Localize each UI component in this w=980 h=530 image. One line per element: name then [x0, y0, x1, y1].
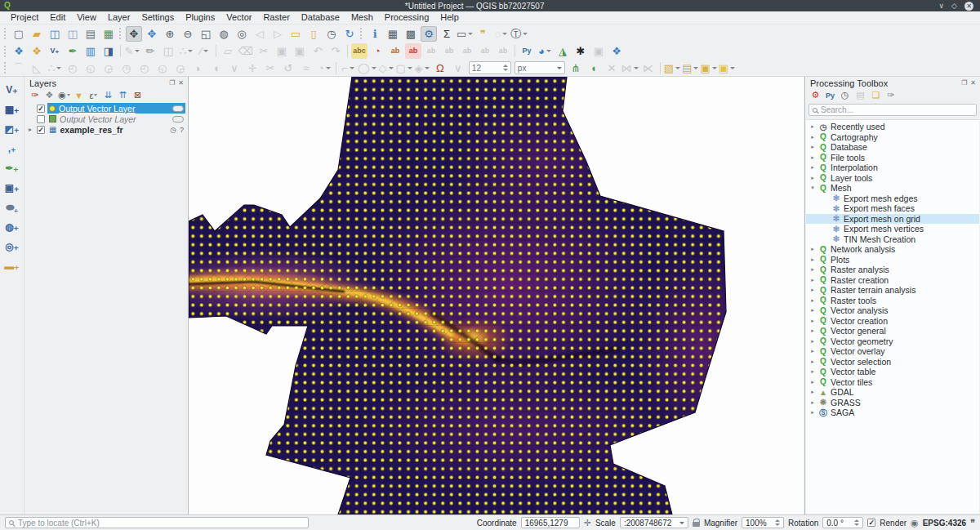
layer-visibility-checkbox[interactable]	[37, 115, 45, 123]
tree-item-network-analysis[interactable]: ▸QNetwork analysis	[806, 244, 979, 255]
tree-item-vector-creation[interactable]: ▸QVector creation	[806, 316, 979, 327]
render-checkbox[interactable]: ✓	[867, 519, 875, 527]
map-canvas[interactable]	[189, 77, 804, 514]
expand-arrow-icon[interactable]: ▸	[809, 154, 816, 161]
rotation-spinbox[interactable]: 0.0 °	[822, 517, 863, 528]
mesh-digitizing-button[interactable]: ❖	[608, 43, 625, 59]
tree-item-export-mesh-faces[interactable]: ✻Export mesh faces	[806, 203, 979, 214]
close-button[interactable]: ✕	[964, 2, 973, 11]
avoid-overlap-button[interactable]: ▢	[396, 60, 412, 76]
save-project-as-button[interactable]: ◫	[65, 26, 81, 42]
tree-item-raster-creation[interactable]: ▸QRaster creation	[806, 275, 979, 286]
zoom-in-button[interactable]: ⊕	[162, 26, 178, 42]
new-spatial-bookmark-button[interactable]: ▭	[287, 26, 304, 42]
menu-help[interactable]: Help	[434, 11, 465, 24]
tree-item-plots[interactable]: ▸QPlots	[806, 255, 979, 265]
delete-ring-button[interactable]: ◗	[190, 60, 207, 76]
tree-item-export-mesh-edges[interactable]: ✻Export mesh edges	[806, 194, 979, 204]
add-postgis-layer-button[interactable]: ⬬₊	[3, 198, 21, 216]
filter-legend-button[interactable]: ▼	[72, 89, 86, 101]
add-wms-layer-button[interactable]: ◎₊	[3, 238, 21, 255]
scale-combobox[interactable]: :2008748672	[620, 517, 688, 528]
vertex-tool-all-layers-button[interactable]: ∨	[226, 60, 243, 76]
select-all-features-button[interactable]: ▣	[719, 60, 735, 76]
expand-arrow-icon[interactable]: ▸	[809, 327, 816, 334]
add-gpx-layer-button[interactable]: ✒	[65, 43, 81, 59]
edit-features-in-place-button[interactable]: ❏	[869, 89, 883, 101]
toggle-editing-button[interactable]: ✏	[142, 43, 158, 59]
identify-features-button[interactable]: ℹ	[367, 26, 383, 42]
tree-item-database[interactable]: ▸QDatabase	[806, 142, 979, 153]
layer-labeling-options-button[interactable]: abc	[351, 43, 368, 59]
label-toolbar-extra-button[interactable]: ab	[495, 43, 511, 59]
mesh-split-faces-button[interactable]: ⋉	[640, 60, 657, 76]
coordinate-input[interactable]: 16965,1279	[521, 517, 580, 528]
rotate-label-button[interactable]: ab	[459, 43, 475, 59]
modify-attributes-button[interactable]: ▱	[220, 43, 236, 59]
cad-tools-button[interactable]: ∴	[47, 60, 63, 76]
manage-map-themes-button[interactable]: ◉	[57, 89, 71, 101]
tree-item-export-mesh-on-grid[interactable]: ✻Export mesh on grid	[806, 214, 979, 225]
add-virtual-layer-button[interactable]: ◨	[100, 43, 117, 59]
crs-status-button[interactable]: EPSG:4326	[923, 519, 966, 528]
tree-item-vector-analysis[interactable]: ▸QVector analysis	[806, 305, 979, 316]
menu-processing[interactable]: Processing	[379, 11, 434, 24]
tree-item-mesh[interactable]: ▾QMesh	[806, 183, 979, 194]
mesh-transform-units-combobox[interactable]: px	[514, 61, 565, 74]
menu-layer[interactable]: Layer	[102, 11, 136, 24]
geometry-checker-button[interactable]: ◈	[414, 60, 430, 76]
maximize-button[interactable]: ◇	[951, 2, 957, 11]
layer-entry[interactable]: Output Vector Layer	[47, 114, 185, 124]
new-project-button[interactable]: ▢	[11, 26, 27, 42]
tree-item-vector-general[interactable]: ▸QVector general	[806, 326, 979, 336]
tree-item-interpolation[interactable]: ▸QInterpolation	[806, 163, 979, 173]
expand-arrow-icon[interactable]: ▸	[809, 368, 816, 375]
open-project-button[interactable]: ▰	[29, 26, 45, 42]
trim-extend-feature-button[interactable]: ✂	[262, 60, 278, 76]
show-hidden-labels-button[interactable]: ab	[423, 43, 439, 59]
new-print-layout-button[interactable]: ▤	[82, 26, 99, 42]
reshape-features-button[interactable]: ◴	[65, 60, 81, 76]
expand-arrow-icon[interactable]: ▸	[29, 126, 34, 133]
expand-arrow-icon[interactable]: ▸	[809, 297, 816, 304]
menu-database[interactable]: Database	[296, 11, 345, 24]
layer-row-2[interactable]: Output Vector Layer	[24, 114, 188, 124]
processing-toolbox-button[interactable]: ⚙	[421, 26, 437, 42]
copy-features-button[interactable]: ▣	[274, 43, 290, 59]
zoom-out-button[interactable]: ⊖	[180, 26, 196, 42]
simplify-feature-button[interactable]: ≈	[298, 60, 314, 76]
expand-all-button[interactable]: ⇊	[101, 89, 115, 101]
add-shapefile-layer-button[interactable]: V₊	[47, 43, 63, 59]
processing-history-button[interactable]: ◕	[537, 43, 553, 59]
collapse-all-button[interactable]: ⇈	[116, 89, 130, 101]
split-features-button[interactable]: ◶	[100, 60, 117, 76]
tree-item-vector-overlay[interactable]: ▸QVector overlay	[806, 346, 979, 357]
map-tips-button[interactable]: ❞	[474, 26, 491, 42]
expand-arrow-icon[interactable]: ▸	[809, 359, 816, 365]
extents-icon[interactable]: ✛	[584, 518, 591, 528]
zoom-next-button[interactable]: ▷	[270, 26, 286, 42]
menu-project[interactable]: Project	[5, 11, 44, 24]
layers-panel-close-button[interactable]: ✕	[178, 79, 184, 87]
options-button[interactable]: ✑	[884, 89, 898, 101]
layer-diagram-options-button[interactable]: ◔	[369, 43, 385, 59]
add-spatialite-layer-button[interactable]: ◍₊	[3, 218, 21, 235]
mesh-remove-vertices-button[interactable]: ✕	[604, 60, 620, 76]
add-feature-button[interactable]: ∕	[196, 43, 212, 59]
tree-item-recently-used[interactable]: ▸◷Recently used	[806, 122, 979, 132]
add-database-layer-button[interactable]: ▥	[82, 43, 99, 59]
zoom-to-layer-button[interactable]: ◎	[234, 26, 250, 42]
redo-button[interactable]: ↷	[327, 43, 344, 59]
tree-item-gdal[interactable]: ▸▲GDAL	[806, 387, 979, 398]
enable-tracing-button[interactable]: ⌐	[340, 60, 356, 76]
enable-snapping-button[interactable]: Ω	[432, 60, 448, 76]
split-parts-button[interactable]: ◷	[118, 60, 135, 76]
processing-panel-close-button[interactable]: ✕	[970, 79, 976, 87]
add-gpx-layer-button[interactable]: ✒₊	[3, 159, 21, 176]
tree-item-vector-table[interactable]: ▸QVector table	[806, 367, 979, 377]
rotate-feature-button[interactable]: ↺	[280, 60, 296, 76]
add-part-button[interactable]: ◶	[172, 60, 189, 76]
expand-arrow-icon[interactable]: ▸	[809, 338, 816, 345]
tree-item-raster-tools[interactable]: ▸QRaster tools	[806, 296, 979, 306]
expand-arrow-icon[interactable]: ▸	[809, 379, 816, 385]
